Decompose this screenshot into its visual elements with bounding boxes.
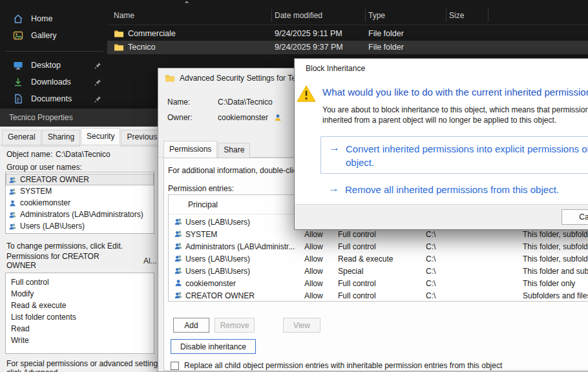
list-item-cookiemonster[interactable]: cookiemonster [6,197,154,209]
table-row[interactable]: Users (LAB\Users) Allow Read & execute C… [169,253,588,265]
allow-column-header: Al... [143,256,157,265]
principal-name: CREATOR OWNER [20,175,89,184]
owner-field: Owner: cookiemonster [167,113,282,122]
permission-modify[interactable]: Modify [11,289,154,301]
cell-applies-to: This folder and subf... [523,267,588,276]
header-divider [107,25,588,25]
cancel-button[interactable]: Cancel [562,209,588,225]
file-type: File folder [368,29,404,38]
sidebar-item-label: Gallery [31,31,57,40]
sidebar-item-label: Documents [31,94,72,103]
group-icon [174,229,183,238]
column-separator[interactable] [488,9,488,22]
sidebar-item-label: Desktop [31,61,61,70]
permission-read-execute[interactable]: Read & execute [11,301,154,313]
table-row[interactable]: CREATOR OWNER Allow Full control C:\ Sub… [169,289,588,302]
cell-type: Allow [304,291,323,300]
group-icon [8,222,17,231]
column-separator[interactable] [271,9,272,22]
name-field: Name: C:\Data\Tecnico [167,98,273,107]
advanced-hint-line2: click Advanced. [6,368,60,372]
list-item-creator-owner[interactable]: CREATOR OWNER [6,174,154,185]
pin-icon[interactable] [94,78,102,87]
file-row-tecnico[interactable]: Tecnico 9/24/2025 9:37 PM File folder [107,41,588,54]
cell-access: Full control [338,230,376,239]
cell-inherited-from: C:\ [426,254,436,264]
replace-permissions-checkbox[interactable] [171,362,179,370]
column-header-name[interactable]: Name [114,11,134,20]
user-icon [8,199,17,207]
sidebar-item-gallery[interactable]: Gallery [0,27,111,44]
column-header-modified[interactable]: Date modified [275,11,322,20]
sidebar-item-home[interactable]: Home [0,10,111,27]
screen: Home Gallery Desktop Downloads Documents… [0,0,588,372]
permission-write[interactable]: Write [11,336,154,347]
file-name: Tecnico [128,43,155,52]
disable-inheritance-button[interactable]: Disable inheritance [171,339,256,354]
properties-dialog-title: Tecnico Properties [0,108,159,127]
sidebar-item-documents[interactable]: Documents [0,90,111,107]
column-header-type[interactable]: Type [368,11,385,20]
file-modified: 9/24/2025 9:37 PM [275,43,343,52]
group-user-list: CREATOR OWNER SYSTEM cookiemonster Admin… [5,172,154,234]
group-icon [174,242,183,251]
sidebar-item-label: Home [31,14,52,23]
remove-button[interactable]: Remove [215,318,255,333]
column-separator[interactable] [446,9,446,22]
cell-access: Full control [338,242,376,251]
convert-permissions-option[interactable]: → Convert inherited permissions into exp… [320,136,588,174]
name-label: Name: [167,98,218,107]
group-icon [8,211,17,219]
cell-applies-to: This folder only [523,279,575,288]
cell-inherited-from: C:\ [426,291,436,300]
sidebar-item-desktop[interactable]: Desktop [0,57,111,74]
group-icon [174,266,183,275]
cell-access: Special [338,267,363,276]
tab-security[interactable]: Security [81,128,120,145]
pin-icon[interactable] [94,95,102,103]
home-icon [13,14,23,24]
cell-principal: CREATOR OWNER [185,291,255,300]
add-button[interactable]: Add [173,318,209,333]
cell-access: Read & execute [338,254,393,264]
table-row[interactable]: cookiemonster Allow Full control C:\ Thi… [169,277,588,289]
sort-ascending-icon[interactable]: ⌃ [184,0,190,9]
remove-permissions-option[interactable]: → Remove all inherited permissions from … [320,180,588,198]
permissions-list: Full control Modify Read & execute List … [5,273,154,354]
sidebar-item-downloads[interactable]: Downloads [0,74,111,90]
column-header-size[interactable]: Size [449,11,464,20]
tab-permissions[interactable]: Permissions [163,141,217,158]
block-dialog-body-line2: inherited from a parent object will no l… [322,116,556,125]
cell-inherited-from: C:\ [426,230,436,239]
principal-name: Users (LAB\Users) [20,222,85,231]
cell-principal: Users (LAB\Users) [185,254,250,264]
table-row[interactable]: Administrators (LAB\Administr... Allow F… [169,240,588,253]
block-dialog-title: Block Inheritance [295,59,588,78]
permission-read[interactable]: Read [11,324,154,336]
group-icon [8,187,17,196]
advanced-tabs: Permissions Share [163,141,251,158]
view-button[interactable]: View [283,318,320,333]
cell-type: Allow [304,267,323,276]
list-item-users[interactable]: Users (LAB\Users) [6,220,154,232]
table-row[interactable]: Users (LAB\Users) Allow Special C:\ This… [169,265,588,277]
block-dialog-heading: What would you like to do with the curre… [322,87,588,98]
column-header-principal[interactable]: Principal [188,200,218,209]
permission-list-folder-contents[interactable]: List folder contents [11,313,154,324]
file-name: Commerciale [128,29,176,38]
permissions-for-label-line2: OWNER [6,261,36,270]
column-separator[interactable] [365,9,366,22]
advanced-hint: For special permissions or advanced sett… [6,359,159,368]
pin-icon[interactable] [94,61,102,70]
cell-applies-to: This folder, subfolde... [523,230,588,239]
properties-tabs: General Sharing Security Previous Versio… [2,128,159,145]
owner-label: Owner: [167,113,218,122]
cell-type: Allow [304,242,323,251]
object-name-value: C:\Data\Tecnico [56,150,110,159]
file-row-commerciale[interactable]: Commerciale 9/24/2025 9:11 PM File folde… [107,27,588,41]
list-item-system[interactable]: SYSTEM [6,185,154,197]
user-icon [174,278,183,287]
list-item-administrators[interactable]: Administrators (LAB\Administrators) [6,209,154,220]
downloads-icon [13,77,23,87]
permission-full-control[interactable]: Full control [11,278,154,289]
